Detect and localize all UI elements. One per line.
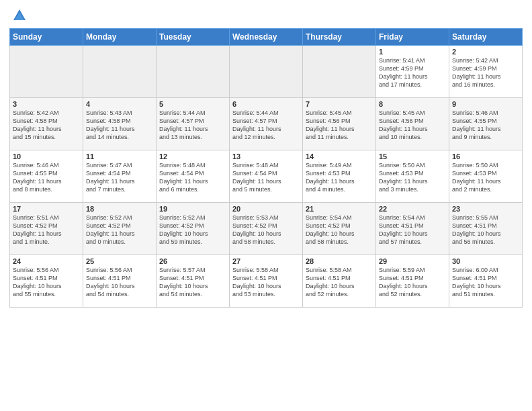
day-info: Sunrise: 5:48 AM Sunset: 4:54 PM Dayligh… <box>232 161 300 194</box>
day-cell: 29Sunrise: 5:59 AM Sunset: 4:51 PM Dayli… <box>376 255 449 308</box>
day-cell: 30Sunrise: 6:00 AM Sunset: 4:51 PM Dayli… <box>449 255 523 308</box>
day-info: Sunrise: 5:56 AM Sunset: 4:51 PM Dayligh… <box>13 266 80 299</box>
day-info: Sunrise: 5:59 AM Sunset: 4:51 PM Dayligh… <box>379 266 446 299</box>
day-cell: 1Sunrise: 5:41 AM Sunset: 4:59 PM Daylig… <box>376 46 449 98</box>
day-info: Sunrise: 5:57 AM Sunset: 4:51 PM Dayligh… <box>159 266 226 299</box>
day-number: 21 <box>306 205 373 213</box>
day-number: 22 <box>379 205 446 213</box>
day-number: 24 <box>13 257 80 265</box>
day-info: Sunrise: 5:51 AM Sunset: 4:52 PM Dayligh… <box>13 214 80 246</box>
day-number: 7 <box>306 100 373 108</box>
day-number: 1 <box>379 48 446 56</box>
day-number: 3 <box>13 100 80 108</box>
day-cell: 7Sunrise: 5:45 AM Sunset: 4:56 PM Daylig… <box>303 98 376 150</box>
day-number: 18 <box>86 205 153 213</box>
day-number: 20 <box>232 205 300 213</box>
day-cell: 22Sunrise: 5:54 AM Sunset: 4:51 PM Dayli… <box>376 203 449 255</box>
day-cell: 23Sunrise: 5:55 AM Sunset: 4:51 PM Dayli… <box>449 203 523 255</box>
day-info: Sunrise: 5:49 AM Sunset: 4:53 PM Dayligh… <box>306 161 373 194</box>
day-number: 2 <box>452 48 519 56</box>
day-number: 13 <box>232 152 300 161</box>
day-number: 5 <box>159 100 226 108</box>
day-cell <box>230 46 303 98</box>
day-info: Sunrise: 5:55 AM Sunset: 4:51 PM Dayligh… <box>452 214 519 246</box>
day-info: Sunrise: 5:50 AM Sunset: 4:53 PM Dayligh… <box>452 161 519 194</box>
calendar-container: SundayMondayTuesdayWednesdayThursdayFrid… <box>0 0 532 314</box>
day-number: 16 <box>452 152 519 161</box>
day-cell: 20Sunrise: 5:53 AM Sunset: 4:52 PM Dayli… <box>230 203 303 255</box>
day-cell: 10Sunrise: 5:46 AM Sunset: 4:55 PM Dayli… <box>10 150 83 203</box>
week-row-4: 17Sunrise: 5:51 AM Sunset: 4:52 PM Dayli… <box>10 203 523 255</box>
day-info: Sunrise: 5:58 AM Sunset: 4:51 PM Dayligh… <box>232 266 300 299</box>
day-number: 15 <box>379 152 446 161</box>
day-info: Sunrise: 5:43 AM Sunset: 4:58 PM Dayligh… <box>86 109 153 142</box>
weekday-header-saturday: Saturday <box>449 29 523 46</box>
day-info: Sunrise: 5:46 AM Sunset: 4:55 PM Dayligh… <box>13 161 80 194</box>
day-number: 19 <box>159 205 226 213</box>
day-cell: 16Sunrise: 5:50 AM Sunset: 4:53 PM Dayli… <box>449 150 523 203</box>
week-row-2: 3Sunrise: 5:42 AM Sunset: 4:58 PM Daylig… <box>10 98 523 150</box>
day-info: Sunrise: 5:45 AM Sunset: 4:56 PM Dayligh… <box>379 109 446 142</box>
day-info: Sunrise: 5:42 AM Sunset: 4:58 PM Dayligh… <box>13 109 80 142</box>
day-cell: 14Sunrise: 5:49 AM Sunset: 4:53 PM Dayli… <box>303 150 376 203</box>
day-cell: 5Sunrise: 5:44 AM Sunset: 4:57 PM Daylig… <box>157 98 230 150</box>
logo-icon <box>12 8 27 26</box>
day-number: 9 <box>452 100 519 108</box>
day-number: 14 <box>306 152 373 161</box>
header <box>9 7 523 26</box>
week-row-1: 1Sunrise: 5:41 AM Sunset: 4:59 PM Daylig… <box>10 46 523 98</box>
day-info: Sunrise: 6:00 AM Sunset: 4:51 PM Dayligh… <box>452 266 519 299</box>
day-cell: 15Sunrise: 5:50 AM Sunset: 4:53 PM Dayli… <box>376 150 449 203</box>
day-cell: 4Sunrise: 5:43 AM Sunset: 4:58 PM Daylig… <box>83 98 157 150</box>
day-cell: 2Sunrise: 5:42 AM Sunset: 4:59 PM Daylig… <box>449 46 523 98</box>
day-number: 26 <box>159 257 226 265</box>
day-number: 28 <box>306 257 373 265</box>
day-cell: 11Sunrise: 5:47 AM Sunset: 4:54 PM Dayli… <box>83 150 157 203</box>
day-cell: 27Sunrise: 5:58 AM Sunset: 4:51 PM Dayli… <box>230 255 303 308</box>
calendar-table: SundayMondayTuesdayWednesdayThursdayFrid… <box>9 28 523 308</box>
day-number: 17 <box>13 205 80 213</box>
day-info: Sunrise: 5:52 AM Sunset: 4:52 PM Dayligh… <box>86 214 153 246</box>
logo <box>9 9 27 26</box>
day-info: Sunrise: 5:52 AM Sunset: 4:52 PM Dayligh… <box>159 214 226 246</box>
day-cell <box>157 46 230 98</box>
day-info: Sunrise: 5:46 AM Sunset: 4:55 PM Dayligh… <box>452 109 519 142</box>
week-row-3: 10Sunrise: 5:46 AM Sunset: 4:55 PM Dayli… <box>10 150 523 203</box>
day-cell: 18Sunrise: 5:52 AM Sunset: 4:52 PM Dayli… <box>83 203 157 255</box>
day-info: Sunrise: 5:44 AM Sunset: 4:57 PM Dayligh… <box>159 109 226 142</box>
day-cell: 9Sunrise: 5:46 AM Sunset: 4:55 PM Daylig… <box>449 98 523 150</box>
day-info: Sunrise: 5:41 AM Sunset: 4:59 PM Dayligh… <box>379 56 446 89</box>
day-cell <box>10 46 83 98</box>
day-info: Sunrise: 5:58 AM Sunset: 4:51 PM Dayligh… <box>306 266 373 299</box>
weekday-header-row: SundayMondayTuesdayWednesdayThursdayFrid… <box>10 29 523 46</box>
day-info: Sunrise: 5:47 AM Sunset: 4:54 PM Dayligh… <box>86 161 153 194</box>
weekday-header-wednesday: Wednesday <box>230 29 303 46</box>
week-row-5: 24Sunrise: 5:56 AM Sunset: 4:51 PM Dayli… <box>10 255 523 308</box>
day-cell: 28Sunrise: 5:58 AM Sunset: 4:51 PM Dayli… <box>303 255 376 308</box>
day-cell: 17Sunrise: 5:51 AM Sunset: 4:52 PM Dayli… <box>10 203 83 255</box>
weekday-header-monday: Monday <box>83 29 157 46</box>
day-info: Sunrise: 5:44 AM Sunset: 4:57 PM Dayligh… <box>232 109 300 142</box>
day-cell: 3Sunrise: 5:42 AM Sunset: 4:58 PM Daylig… <box>10 98 83 150</box>
day-cell <box>303 46 376 98</box>
day-info: Sunrise: 5:45 AM Sunset: 4:56 PM Dayligh… <box>306 109 373 142</box>
weekday-header-friday: Friday <box>376 29 449 46</box>
day-info: Sunrise: 5:50 AM Sunset: 4:53 PM Dayligh… <box>379 161 446 194</box>
day-cell: 12Sunrise: 5:48 AM Sunset: 4:54 PM Dayli… <box>157 150 230 203</box>
weekday-header-sunday: Sunday <box>10 29 83 46</box>
day-number: 30 <box>452 257 519 265</box>
day-cell: 13Sunrise: 5:48 AM Sunset: 4:54 PM Dayli… <box>230 150 303 203</box>
day-cell: 19Sunrise: 5:52 AM Sunset: 4:52 PM Dayli… <box>157 203 230 255</box>
day-cell: 8Sunrise: 5:45 AM Sunset: 4:56 PM Daylig… <box>376 98 449 150</box>
day-number: 10 <box>13 152 80 161</box>
weekday-header-tuesday: Tuesday <box>157 29 230 46</box>
day-number: 29 <box>379 257 446 265</box>
weekday-header-thursday: Thursday <box>303 29 376 46</box>
day-info: Sunrise: 5:56 AM Sunset: 4:51 PM Dayligh… <box>86 266 153 299</box>
day-cell: 6Sunrise: 5:44 AM Sunset: 4:57 PM Daylig… <box>230 98 303 150</box>
day-info: Sunrise: 5:42 AM Sunset: 4:59 PM Dayligh… <box>452 56 519 89</box>
day-number: 4 <box>86 100 153 108</box>
day-cell: 25Sunrise: 5:56 AM Sunset: 4:51 PM Dayli… <box>83 255 157 308</box>
day-cell: 24Sunrise: 5:56 AM Sunset: 4:51 PM Dayli… <box>10 255 83 308</box>
day-info: Sunrise: 5:48 AM Sunset: 4:54 PM Dayligh… <box>159 161 226 194</box>
